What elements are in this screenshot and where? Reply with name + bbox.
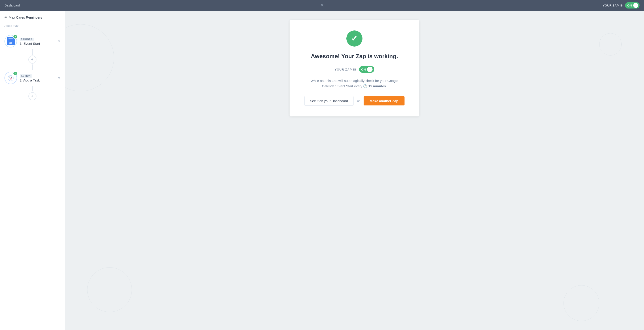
action-step-text: Add a Task — [23, 78, 40, 82]
interval-text: 15 minutes. — [368, 84, 387, 88]
svg-point-7 — [11, 77, 12, 77]
bg-circle-2 — [87, 267, 132, 312]
header-zap-status: YOUR ZAP IS ON — [603, 2, 640, 9]
success-icon-circle: ✓ — [346, 31, 362, 47]
add-step-button-2[interactable]: + — [28, 92, 36, 100]
bg-circle-4 — [599, 33, 622, 56]
success-description: While on, this Zap will automagically ch… — [308, 78, 402, 89]
svg-point-6 — [9, 76, 10, 77]
action-badge: ✓ — [13, 71, 18, 76]
action-step-number: 2 — [20, 78, 22, 82]
action-info: ACTION 2. Add a Task — [20, 74, 55, 82]
trigger-chevron-icon: ∨ — [58, 39, 60, 43]
bg-circle-1 — [65, 24, 114, 91]
trigger-badge: ✓ — [13, 35, 18, 39]
action-chevron-icon: ∨ — [58, 76, 60, 80]
connector-line-2 — [32, 65, 33, 70]
success-title: Awesome! Your Zap is working. — [303, 53, 406, 60]
app-header: Dashboard ✳ YOUR ZAP IS ON — [0, 0, 644, 11]
header-toggle[interactable]: ON — [625, 2, 640, 9]
trigger-step-text: Event Start — [24, 42, 40, 46]
gcal-top-bar — [8, 38, 13, 39]
zap-title[interactable]: ✏ Max Cares Reminders — [4, 15, 60, 19]
trigger-step-name: 1. Event Start — [20, 42, 55, 46]
svg-point-1 — [10, 77, 10, 78]
trigger-info: TRIGGER 1. Event Start — [20, 37, 55, 46]
bg-circle-3 — [564, 285, 599, 321]
trigger-type-badge: TRIGGER — [20, 38, 34, 41]
zap-title-container: ✏ Max Cares Reminders — [0, 14, 64, 21]
zap-title-text: Max Cares Reminders — [9, 16, 42, 19]
make-another-zap-button[interactable]: Make another Zap — [364, 96, 405, 105]
zap-status-label: YOUR ZAP IS — [334, 68, 356, 71]
dashboard-link[interactable]: Dashboard — [4, 4, 20, 7]
success-actions: See it on your Dashboard or Make another… — [303, 96, 406, 106]
success-card: ✓ Awesome! Your Zap is working. YOUR ZAP… — [290, 20, 419, 116]
zapier-logo-symbol: ✳ — [320, 3, 324, 8]
action-type-badge: ACTION — [20, 74, 32, 78]
action-icon-wrapper: ✓ — [4, 72, 17, 84]
header-toggle-circle — [633, 3, 638, 8]
svg-point-4 — [10, 79, 10, 79]
action-step[interactable]: ✓ ACTION 2. Add a Task ∨ — [4, 70, 60, 86]
svg-point-5 — [11, 79, 12, 79]
card-toggle[interactable]: ON — [359, 66, 374, 73]
header-zap-label: YOUR ZAP IS — [603, 4, 623, 7]
svg-point-3 — [10, 78, 12, 80]
main-layout: ✏ Max Cares Reminders Add a note 31 ✓ — [0, 11, 644, 330]
edit-icon: ✏ — [4, 15, 8, 19]
add-note[interactable]: Add a note — [0, 23, 64, 28]
action-step-name: 2. Add a Task — [20, 78, 55, 82]
trigger-icon-wrapper: 31 ✓ — [4, 35, 17, 48]
header-toggle-label: ON — [627, 4, 632, 7]
success-check-icon: ✓ — [351, 34, 358, 43]
clock-icon: 🕐 — [363, 84, 368, 88]
add-step-button-1[interactable]: + — [28, 56, 36, 64]
svg-point-2 — [12, 77, 12, 78]
trigger-step-number: 1 — [20, 42, 22, 46]
zap-status-row: YOUR ZAP IS ON — [303, 66, 406, 73]
trigger-step[interactable]: 31 ✓ TRIGGER 1. Event Start ∨ — [4, 34, 60, 49]
connector-line-3 — [32, 86, 33, 91]
steps-container: 31 ✓ TRIGGER 1. Event Start ∨ + — [0, 32, 64, 103]
action-check-icon: ✓ — [14, 72, 16, 75]
zapier-logo: ✳ — [320, 3, 324, 8]
connector-line-1 — [32, 49, 33, 55]
main-content: ✓ Awesome! Your Zap is working. YOUR ZAP… — [65, 11, 644, 330]
see-dashboard-button[interactable]: See it on your Dashboard — [304, 96, 354, 106]
trigger-check-icon: ✓ — [14, 36, 16, 38]
card-toggle-label: ON — [361, 68, 366, 71]
gcal-number: 31 — [9, 41, 12, 45]
card-toggle-circle — [367, 67, 372, 72]
sidebar: ✏ Max Cares Reminders Add a note 31 ✓ — [0, 11, 65, 330]
or-separator: or — [357, 99, 360, 103]
